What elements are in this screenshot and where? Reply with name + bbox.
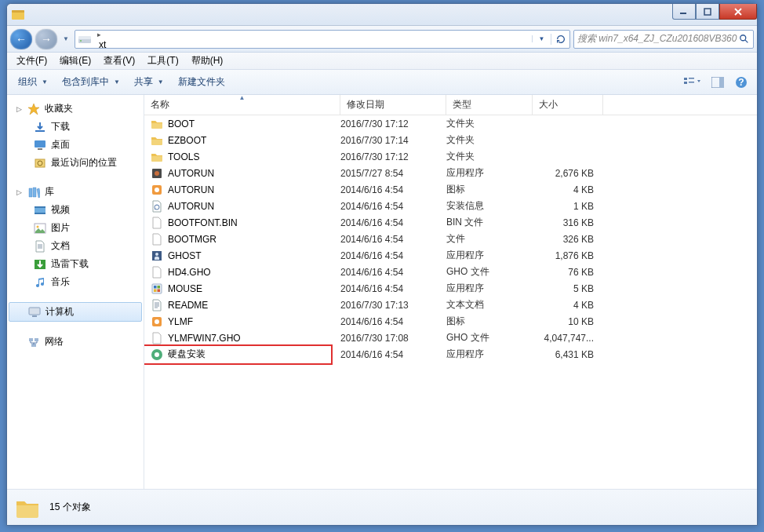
explorer-window: ← → ▼ Seagate Backup Plus Drive (E:)▸sys… [6, 3, 758, 526]
view-icon [683, 76, 700, 89]
svg-rect-42 [158, 289, 161, 292]
file-row[interactable]: MOUSE2014/6/16 4:54应用程序5 KB [144, 280, 757, 297]
menu-item[interactable]: 工具(T) [141, 53, 184, 69]
file-row[interactable]: EZBOOT2016/7/30 17:14文件夹 [144, 132, 757, 148]
help-button[interactable]: ? [730, 73, 752, 92]
search-box[interactable]: 搜索 win7_x64_ZJ_CZu201608VB360 [573, 30, 754, 49]
share-button[interactable]: 共享▼ [128, 72, 170, 92]
file-date: 2014/6/16 4:54 [340, 250, 446, 261]
chevron-right-icon[interactable]: ▸ [94, 31, 104, 38]
svg-rect-8 [684, 78, 687, 80]
nav-history-dropdown[interactable]: ▼ [60, 35, 71, 42]
sidebar-group-收藏夹[interactable]: ▷收藏夹 [7, 100, 144, 118]
file-type: GHO 文件 [446, 331, 533, 344]
sidebar-item[interactable]: 桌面 [7, 136, 144, 154]
file-name: HD4.GHO [168, 267, 211, 278]
sidebar-item[interactable]: 下载 [7, 118, 144, 136]
sidebar-item[interactable]: 音乐 [7, 273, 144, 291]
column-size[interactable]: 大小 [533, 95, 603, 115]
status-bar: 15 个对象 [7, 489, 757, 525]
file-row[interactable]: YLMF2014/6/16 4:54图标10 KB [144, 313, 757, 330]
svg-rect-1 [12, 10, 24, 13]
blank-icon [151, 217, 163, 229]
file-row[interactable]: BOOTMGR2014/6/16 4:54文件326 KB [144, 231, 757, 247]
new-folder-button[interactable]: 新建文件夹 [172, 72, 231, 92]
nav-bar: ← → ▼ Seagate Backup Plus Drive (E:)▸sys… [7, 26, 757, 53]
file-row[interactable]: AUTORUN2015/7/27 8:54应用程序2,676 KB [144, 165, 757, 181]
file-row[interactable]: GHOST2014/6/16 4:54应用程序1,876 KB [144, 247, 757, 264]
file-row[interactable]: YLMFWIN7.GHO2016/7/30 17:08GHO 文件4,047,7… [144, 330, 757, 346]
file-row[interactable]: AUTORUN2014/6/16 4:54安装信息1 KB [144, 198, 757, 214]
file-size: 5 KB [533, 283, 603, 294]
blank-icon [151, 332, 163, 344]
sidebar-item[interactable]: 图片 [7, 219, 144, 237]
refresh-button[interactable] [551, 34, 569, 45]
close-icon [733, 8, 743, 16]
file-name: README [168, 300, 208, 311]
sidebar-item[interactable]: 最近访问的位置 [7, 154, 144, 172]
search-icon [739, 34, 750, 45]
svg-marker-16 [28, 104, 39, 115]
back-button[interactable]: ← [10, 29, 32, 49]
file-size: 4 KB [533, 184, 603, 195]
file-date: 2015/7/27 8:54 [340, 168, 446, 179]
file-list-pane: 名称 修改日期 类型 大小 BOOT2016/7/30 17:12文件夹EZBO… [144, 95, 757, 489]
svg-rect-10 [689, 78, 694, 79]
file-row[interactable]: 硬盘安装2014/6/16 4:54应用程序6,431 KB [144, 346, 757, 363]
include-in-library-button[interactable]: 包含到库中▼ [56, 72, 126, 92]
file-date: 2016/7/30 17:12 [340, 151, 446, 162]
chevron-down-icon: ▼ [114, 78, 120, 86]
file-row[interactable]: README2016/7/30 17:13文本文档4 KB [144, 297, 757, 313]
sidebar-group-计算机[interactable]: 计算机 [9, 302, 142, 322]
file-size: 4,047,747... [533, 333, 603, 344]
maximize-button[interactable] [696, 4, 719, 20]
menu-bar: 文件(F)编辑(E)查看(V)工具(T)帮助(H) [7, 53, 757, 70]
svg-rect-3 [704, 9, 711, 15]
menu-item[interactable]: 编辑(E) [53, 53, 97, 69]
file-type: 文件夹 [446, 133, 533, 147]
sidebar-item[interactable]: 迅雷下载 [7, 255, 144, 273]
svg-rect-30 [29, 338, 33, 341]
desktop-icon [34, 139, 46, 151]
titlebar[interactable] [7, 4, 757, 26]
file-row[interactable]: BOOTFONT.BIN2014/6/16 4:54BIN 文件316 KB [144, 214, 757, 231]
svg-rect-18 [35, 140, 45, 148]
svg-rect-40 [158, 286, 161, 289]
file-row[interactable]: HD4.GHO2014/6/16 4:54GHO 文件76 KB [144, 264, 757, 280]
column-name[interactable]: 名称 [144, 95, 340, 115]
chevron-down-icon: ▼ [42, 78, 48, 86]
library-icon [27, 186, 40, 199]
svg-rect-23 [35, 206, 45, 208]
menu-item[interactable]: 查看(V) [97, 53, 141, 69]
menu-item[interactable]: 帮助(H) [185, 53, 230, 69]
column-date[interactable]: 修改日期 [340, 95, 446, 115]
menu-item[interactable]: 文件(F) [10, 53, 53, 69]
close-button[interactable] [719, 4, 757, 20]
sidebar-item[interactable]: 视频 [7, 201, 144, 219]
breadcrumb-item[interactable]: xt [94, 39, 238, 49]
address-dropdown[interactable]: ▼ [532, 35, 551, 42]
file-type: 图标 [446, 183, 533, 196]
forward-button[interactable]: → [35, 29, 57, 49]
file-date: 2014/6/16 4:54 [340, 201, 446, 212]
column-type[interactable]: 类型 [446, 95, 533, 115]
sidebar-item[interactable]: 文档 [7, 237, 144, 255]
blank-icon [151, 233, 163, 246]
file-size: 6,431 KB [533, 349, 603, 360]
view-options-button[interactable] [679, 73, 705, 92]
inf-icon [151, 200, 163, 213]
svg-rect-29 [32, 315, 37, 317]
preview-pane-button[interactable] [707, 74, 729, 91]
svg-rect-41 [154, 289, 157, 292]
address-bar[interactable]: Seagate Backup Plus Drive (E:)▸sys▸xt▸wi… [75, 30, 570, 49]
sidebar-group-网络[interactable]: 网络 [7, 333, 144, 351]
file-row[interactable]: TOOLS2016/7/30 17:12文件夹 [144, 148, 757, 165]
file-date: 2016/7/30 17:08 [340, 333, 446, 344]
refresh-icon [555, 34, 566, 45]
minimize-button[interactable] [672, 4, 696, 20]
sidebar-group-库[interactable]: ▷库 [7, 183, 144, 201]
file-row[interactable]: BOOT2016/7/30 17:12文件夹 [144, 115, 757, 132]
file-row[interactable]: AUTORUN2014/6/16 4:54图标4 KB [144, 181, 757, 198]
file-size: 326 KB [533, 234, 603, 245]
organize-button[interactable]: 组织▼ [12, 72, 54, 92]
